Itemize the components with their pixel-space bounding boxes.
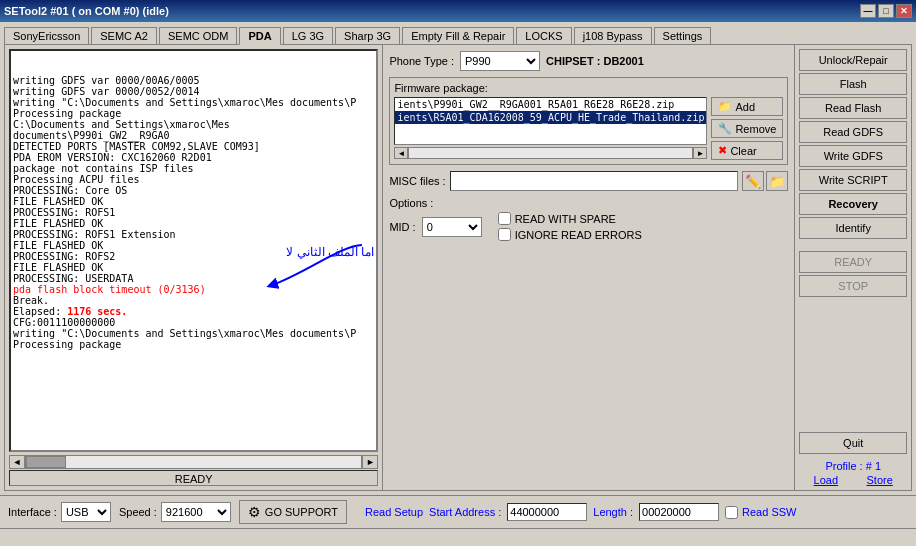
profile-section: Profile : # 1 Load Store	[799, 460, 907, 486]
interface-label: Interface :	[8, 506, 57, 518]
length-label: Length :	[593, 506, 633, 518]
misc-folder-icon[interactable]: 📁	[766, 171, 788, 191]
read-setup-label: Read Setup	[365, 506, 423, 518]
firmware-list-item[interactable]: ients\P990i_GW2__R9GA001_R5A01_R6E28_R6E…	[395, 98, 706, 111]
ignore-read-errors-checkbox[interactable]	[498, 228, 511, 241]
read-gdfs-button[interactable]: Read GDFS	[799, 121, 907, 143]
interface-field: Interface : USB	[8, 502, 111, 522]
recovery-button[interactable]: Recovery	[799, 193, 907, 215]
tab-semc-a2[interactable]: SEMC A2	[91, 27, 157, 45]
add-button[interactable]: 📁 Add	[711, 97, 783, 116]
write-script-button[interactable]: Write SCRIPT	[799, 169, 907, 191]
interface-select[interactable]: USB	[61, 502, 111, 522]
tab-lg3g[interactable]: LG 3G	[283, 27, 333, 45]
length-input[interactable]	[639, 503, 719, 521]
right-panel: Unlock/Repair Flash Read Flash Read GDFS…	[794, 45, 911, 490]
tab-empty-fill[interactable]: Empty Fill & Repair	[402, 27, 514, 45]
folder-add-icon: 📁	[718, 100, 732, 113]
title-text: SETool2 #01 ( on COM #0) (idle)	[4, 5, 169, 17]
start-address-input[interactable]	[507, 503, 587, 521]
ready-status-button: READY	[799, 251, 907, 273]
misc-icons: ✏️ 📁	[742, 171, 788, 191]
tab-bar: SonyEricsson SEMC A2 SEMC ODM PDA LG 3G …	[0, 22, 916, 44]
maximize-button[interactable]: □	[878, 4, 894, 18]
status-bar	[0, 528, 916, 546]
quit-button[interactable]: Quit	[799, 432, 907, 454]
identify-button[interactable]: Identify	[799, 217, 907, 239]
ignore-read-errors-row: IGNORE READ ERRORS	[498, 228, 642, 241]
go-support-button[interactable]: ⚙ GO SUPPORT	[239, 500, 347, 524]
fw-scrollbar-h[interactable]: ◄ ►	[394, 146, 707, 160]
mid-row: MID : 0 READ WITH SPARE IGNORE READ ERRO…	[389, 212, 788, 241]
remove-button[interactable]: 🔧 Remove	[711, 119, 783, 138]
read-with-spare-label: READ WITH SPARE	[515, 213, 616, 225]
load-profile-button[interactable]: Load	[814, 474, 838, 486]
speed-field: Speed : 921600	[119, 502, 231, 522]
fw-scroll-left[interactable]: ◄	[394, 147, 408, 159]
go-support-icon: ⚙	[248, 504, 261, 520]
phone-type-row: Phone Type : P990 CHIPSET : DB2001	[389, 51, 788, 71]
tab-semc-odm[interactable]: SEMC ODM	[159, 27, 238, 45]
options-label: Options :	[389, 197, 788, 209]
profile-buttons: Load Store	[799, 474, 907, 486]
fw-scroll-right[interactable]: ►	[693, 147, 707, 159]
flash-button[interactable]: Flash	[799, 73, 907, 95]
title-bar: SETool2 #01 ( on COM #0) (idle) — □ ✕	[0, 0, 916, 22]
scroll-right-btn[interactable]: ►	[362, 455, 378, 469]
misc-label: MISC files :	[389, 175, 445, 187]
stop-button: STOP	[799, 275, 907, 297]
firmware-list-container: ients\P990i_GW2__R9GA001_R5A01_R6E28_R6E…	[394, 97, 783, 160]
read-with-spare-checkbox[interactable]	[498, 212, 511, 225]
store-profile-button[interactable]: Store	[866, 474, 892, 486]
chipset-label: CHIPSET : DB2001	[546, 55, 644, 67]
left-panel: writing GDFS var 0000/00A6/0005writing G…	[5, 45, 383, 490]
read-with-spare-row: READ WITH SPARE	[498, 212, 642, 225]
tab-locks[interactable]: LOCKS	[516, 27, 571, 45]
tab-sonyericsson[interactable]: SonyEricsson	[4, 27, 89, 45]
tab-sharp3g[interactable]: Sharp 3G	[335, 27, 400, 45]
firmware-list-item[interactable]: ients\R5A01_CDA162008_59_ACPU_HE_Trade_T…	[395, 111, 706, 124]
close-button[interactable]: ✕	[896, 4, 912, 18]
firmware-list[interactable]: ients\P990i_GW2__R9GA001_R5A01_R6E28_R6E…	[394, 97, 707, 145]
minimize-button[interactable]: —	[860, 4, 876, 18]
write-gdfs-button[interactable]: Write GDFS	[799, 145, 907, 167]
content-area: writing GDFS var 0000/00A6/0005writing G…	[4, 44, 912, 491]
ignore-read-errors-label: IGNORE READ ERRORS	[515, 229, 642, 241]
firmware-section: Firmware package: ients\P990i_GW2__R9GA0…	[389, 77, 788, 165]
log-status-bar: READY	[9, 470, 378, 486]
tab-pda[interactable]: PDA	[239, 27, 280, 45]
start-address-label: Start Address :	[429, 506, 501, 518]
log-scrollbar[interactable]: ◄ ►	[9, 454, 378, 470]
read-setup-section: Read Setup Start Address : Length : Read…	[365, 503, 796, 521]
misc-edit-icon[interactable]: ✏️	[742, 171, 764, 191]
middle-panel: Phone Type : P990 CHIPSET : DB2001 Firmw…	[383, 45, 794, 490]
read-ssw-row: Read SSW	[725, 506, 796, 519]
read-flash-button[interactable]: Read Flash	[799, 97, 907, 119]
main-container: SonyEricsson SEMC A2 SEMC ODM PDA LG 3G …	[0, 22, 916, 546]
mid-select[interactable]: 0	[422, 217, 482, 237]
log-area[interactable]: writing GDFS var 0000/00A6/0005writing G…	[9, 49, 378, 452]
read-ssw-checkbox[interactable]	[725, 506, 738, 519]
phone-type-label: Phone Type :	[389, 55, 454, 67]
remove-icon: 🔧	[718, 122, 732, 135]
clear-button[interactable]: ✖ Clear	[711, 141, 783, 160]
tab-settings[interactable]: Settings	[654, 27, 712, 45]
speed-select[interactable]: 921600	[161, 502, 231, 522]
phone-type-select[interactable]: P990	[460, 51, 540, 71]
scroll-track[interactable]	[25, 455, 362, 469]
bottom-bar: Interface : USB Speed : 921600 ⚙ GO SUPP…	[0, 495, 916, 528]
firmware-list-wrapper: ients\P990i_GW2__R9GA001_R5A01_R6E28_R6E…	[394, 97, 707, 160]
fw-scroll-track[interactable]	[408, 147, 693, 159]
right-spacer	[799, 299, 907, 430]
checkboxes: READ WITH SPARE IGNORE READ ERRORS	[498, 212, 642, 241]
mid-label: MID :	[389, 221, 415, 233]
scroll-left-btn[interactable]: ◄	[9, 455, 25, 469]
spacer1	[799, 241, 907, 249]
speed-label: Speed :	[119, 506, 157, 518]
unlock-repair-button[interactable]: Unlock/Repair	[799, 49, 907, 71]
fw-buttons: 📁 Add 🔧 Remove ✖ Clear	[711, 97, 783, 160]
tab-j108[interactable]: j108 Bypass	[574, 27, 652, 45]
misc-row: MISC files : ✏️ 📁	[389, 171, 788, 191]
read-ssw-label: Read SSW	[742, 506, 796, 518]
misc-input[interactable]	[450, 171, 739, 191]
